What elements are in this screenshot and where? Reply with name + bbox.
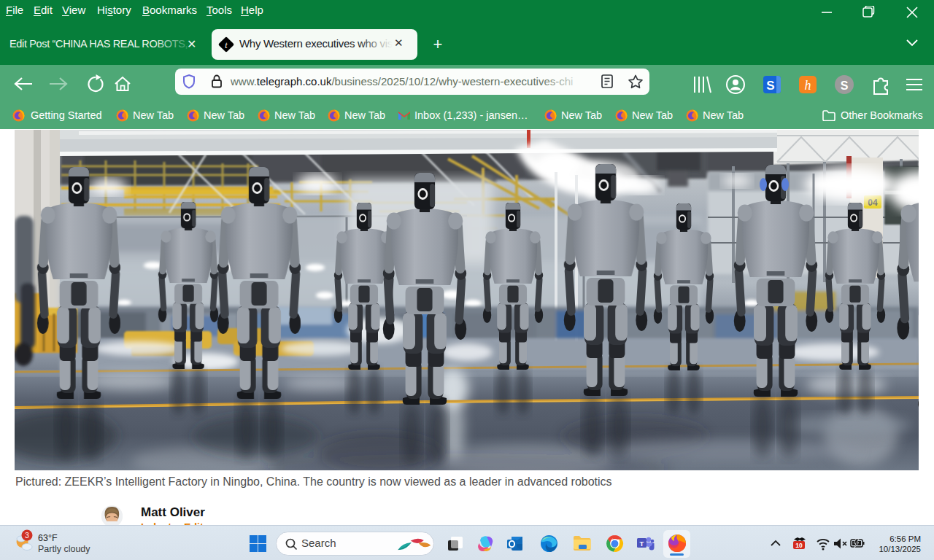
svg-text:S: S: [766, 79, 774, 93]
svg-text:T: T: [640, 540, 644, 548]
svg-text:S: S: [841, 79, 849, 92]
svg-text:h: h: [805, 78, 811, 93]
svg-text:10: 10: [795, 542, 803, 549]
svg-text:3: 3: [25, 532, 29, 540]
